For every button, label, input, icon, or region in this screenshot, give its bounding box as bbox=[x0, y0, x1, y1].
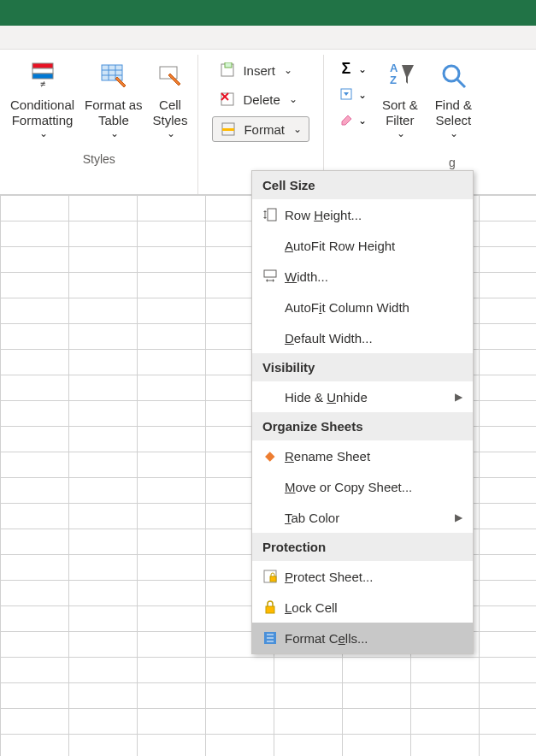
menu-item-column-width[interactable]: Width... bbox=[252, 261, 473, 292]
format-cells-icon bbox=[259, 629, 281, 647]
svg-text:A: A bbox=[390, 62, 398, 74]
format-button[interactable]: Format bbox=[212, 116, 309, 142]
menu-item-rename-sheet[interactable]: ◆ Rename Sheet bbox=[252, 440, 473, 471]
format-icon bbox=[220, 121, 237, 138]
menu-item-tab-color[interactable]: Tab Color ▶ bbox=[252, 502, 473, 533]
menu-item-label: Tab Color bbox=[285, 511, 455, 525]
blank-icon bbox=[259, 298, 281, 316]
svg-rect-9 bbox=[160, 67, 177, 79]
autosum-button[interactable]: Σ bbox=[334, 58, 370, 79]
sort-filter-icon: A Z bbox=[383, 58, 417, 92]
menu-item-protect-sheet[interactable]: Protect Sheet... bbox=[252, 561, 473, 592]
chevron-down-icon bbox=[293, 123, 302, 135]
menu-item-label: Format Cells... bbox=[285, 631, 462, 646]
blank-icon bbox=[259, 237, 281, 254]
menu-item-label: AutoFit Column Width bbox=[285, 300, 462, 315]
cell-styles-icon bbox=[153, 58, 187, 92]
chevron-down-icon bbox=[450, 127, 458, 139]
eraser-icon bbox=[338, 111, 355, 128]
blank-icon bbox=[259, 388, 281, 405]
sort-filter-label: Sort & Filter bbox=[382, 97, 418, 128]
chevron-down-icon bbox=[39, 127, 48, 139]
svg-point-20 bbox=[444, 66, 459, 81]
clear-button[interactable] bbox=[334, 109, 370, 130]
menu-item-label: Protect Sheet... bbox=[285, 570, 462, 584]
menu-item-move-copy[interactable]: Move or Copy Sheet... bbox=[252, 471, 473, 502]
format-as-table-label: Format as Table bbox=[85, 97, 143, 128]
cell-styles-button[interactable]: Cell Styles bbox=[148, 55, 193, 144]
svg-text:≠: ≠ bbox=[40, 79, 45, 89]
menu-item-label: Move or Copy Sheet... bbox=[285, 480, 462, 494]
svg-rect-28 bbox=[266, 606, 274, 613]
ribbon-group-styles: ≠ Conditional Formatting bbox=[0, 55, 198, 194]
insert-button[interactable]: Insert bbox=[212, 58, 309, 82]
menu-item-label: Width... bbox=[285, 269, 462, 284]
delete-button[interactable]: Delete bbox=[212, 87, 309, 111]
insert-cells-icon bbox=[219, 62, 236, 79]
chevron-down-icon bbox=[284, 64, 292, 76]
find-select-label: Find & Select bbox=[435, 97, 472, 128]
svg-rect-16 bbox=[222, 128, 234, 131]
menu-item-label: Hide & Unhide bbox=[285, 390, 455, 405]
chevron-down-icon bbox=[167, 127, 175, 139]
conditional-formatting-button[interactable]: ≠ Conditional Formatting bbox=[5, 55, 80, 144]
chevron-down-icon bbox=[358, 87, 367, 101]
chevron-down-icon bbox=[289, 93, 297, 105]
svg-rect-0 bbox=[32, 63, 53, 68]
svg-rect-4 bbox=[102, 65, 122, 80]
svg-rect-22 bbox=[268, 209, 276, 221]
svg-line-21 bbox=[457, 80, 465, 87]
format-dropdown-menu: Cell Size Row Height... AutoFit Row Heig… bbox=[251, 170, 474, 654]
fill-down-icon bbox=[338, 86, 355, 103]
chevron-down-icon bbox=[358, 113, 367, 127]
delete-cells-icon bbox=[219, 91, 236, 108]
menu-item-autofit-row[interactable]: AutoFit Row Height bbox=[252, 230, 473, 261]
sort-filter-button[interactable]: A Z Sort & Filter bbox=[377, 58, 423, 144]
menu-item-label: AutoFit Row Height bbox=[285, 239, 462, 253]
blank-icon bbox=[259, 478, 281, 495]
menu-item-lock-cell[interactable]: Lock Cell bbox=[252, 592, 473, 623]
submenu-arrow-icon: ▶ bbox=[455, 511, 462, 523]
format-label: Format bbox=[244, 122, 285, 137]
svg-rect-27 bbox=[270, 576, 276, 582]
svg-rect-24 bbox=[264, 270, 276, 277]
ribbon-tab-strip bbox=[0, 26, 536, 50]
title-bar bbox=[0, 0, 536, 26]
cell-styles-label: Cell Styles bbox=[153, 97, 188, 128]
menu-item-label: Row Height... bbox=[285, 208, 462, 222]
lock-icon bbox=[259, 599, 281, 616]
menu-item-hide-unhide[interactable]: Hide & Unhide ▶ bbox=[252, 381, 473, 412]
menu-item-label: Lock Cell bbox=[285, 600, 462, 615]
menu-item-label: Rename Sheet bbox=[285, 449, 462, 464]
rename-icon: ◆ bbox=[259, 447, 281, 464]
menu-item-row-height[interactable]: Row Height... bbox=[252, 199, 473, 230]
svg-text:Z: Z bbox=[390, 74, 397, 86]
sigma-icon: Σ bbox=[338, 60, 355, 77]
dropdown-section-organize: Organize Sheets bbox=[252, 412, 473, 440]
menu-item-format-cells[interactable]: Format Cells... bbox=[252, 623, 473, 653]
insert-label: Insert bbox=[243, 63, 275, 78]
format-as-table-button[interactable]: Format as Table bbox=[80, 55, 148, 144]
menu-item-autofit-column[interactable]: AutoFit Column Width bbox=[252, 292, 473, 322]
find-select-button[interactable]: Find & Select bbox=[430, 58, 477, 144]
submenu-arrow-icon: ▶ bbox=[455, 391, 462, 403]
conditional-formatting-label: Conditional Formatting bbox=[10, 97, 74, 128]
format-as-table-icon bbox=[97, 58, 131, 92]
protect-sheet-icon bbox=[259, 568, 281, 585]
conditional-formatting-icon: ≠ bbox=[26, 58, 60, 92]
chevron-down-icon bbox=[397, 127, 405, 139]
column-width-icon bbox=[259, 268, 281, 285]
blank-icon bbox=[259, 329, 281, 346]
chevron-down-icon bbox=[110, 127, 119, 139]
dropdown-section-visibility: Visibility bbox=[252, 353, 473, 381]
styles-group-label: Styles bbox=[83, 152, 115, 166]
chevron-down-icon bbox=[358, 62, 367, 75]
fill-button[interactable] bbox=[334, 84, 370, 104]
find-select-icon bbox=[436, 58, 470, 92]
menu-item-default-width[interactable]: Default Width... bbox=[252, 322, 473, 353]
delete-label: Delete bbox=[243, 92, 280, 107]
blank-icon bbox=[259, 509, 281, 526]
svg-rect-1 bbox=[32, 68, 53, 74]
dropdown-section-cell-size: Cell Size bbox=[252, 171, 473, 199]
svg-rect-11 bbox=[225, 62, 232, 68]
